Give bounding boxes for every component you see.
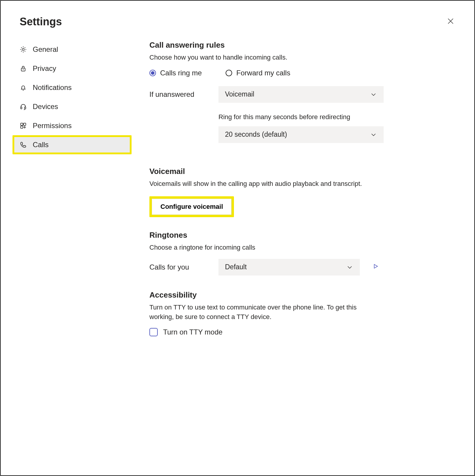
svg-rect-4	[24, 107, 26, 109]
content-panel: Call answering rules Choose how you want…	[149, 40, 457, 353]
phone-icon	[19, 141, 27, 149]
sidebar-item-notifications[interactable]: Notifications	[12, 78, 132, 97]
sidebar-item-permissions[interactable]: Permissions	[12, 116, 132, 135]
ringtone-dropdown[interactable]: Default	[218, 259, 360, 276]
sidebar-item-label: Notifications	[33, 83, 72, 92]
ring-duration-block: Ring for this many seconds before redire…	[218, 113, 384, 143]
sidebar-item-devices[interactable]: Devices	[12, 97, 132, 116]
close-button[interactable]	[445, 16, 457, 28]
sidebar-item-calls[interactable]: Calls	[12, 135, 132, 154]
play-icon	[372, 263, 379, 271]
configure-voicemail-button[interactable]: Configure voicemail	[152, 199, 232, 215]
if-unanswered-row: If unanswered Voicemail	[149, 86, 457, 103]
ring-duration-label: Ring for this many seconds before redire…	[218, 113, 384, 121]
play-ringtone-button[interactable]	[372, 263, 379, 271]
call-rules-title: Call answering rules	[149, 41, 457, 50]
headset-icon	[19, 102, 27, 111]
ringtones-desc: Choose a ringtone for incoming calls	[149, 243, 457, 252]
svg-rect-7	[21, 126, 23, 128]
close-icon	[447, 18, 454, 26]
chevron-down-icon	[370, 91, 377, 98]
sidebar-item-privacy[interactable]: Privacy	[12, 59, 132, 78]
configure-voicemail-highlight: Configure voicemail	[149, 196, 234, 217]
sidebar-item-label: Privacy	[33, 64, 56, 73]
radio-label: Calls ring me	[160, 69, 202, 77]
dropdown-value: Voicemail	[225, 90, 254, 98]
gear-icon	[19, 45, 27, 54]
chevron-down-icon	[346, 264, 353, 271]
section-call-rules: Call answering rules Choose how you want…	[149, 41, 457, 143]
accessibility-title: Accessibility	[149, 290, 457, 300]
radio-indicator	[226, 70, 232, 76]
bell-icon	[19, 83, 27, 92]
sidebar: General Privacy Notifications Devices	[12, 40, 132, 353]
section-voicemail: Voicemail Voicemails will show in the ca…	[149, 167, 457, 217]
page-title: Settings	[20, 15, 445, 28]
call-handling-radio-group: Calls ring me Forward my calls	[149, 69, 457, 77]
checkbox-indicator	[149, 328, 158, 336]
if-unanswered-label: If unanswered	[149, 90, 218, 99]
apps-icon	[19, 122, 27, 130]
svg-rect-6	[24, 123, 26, 125]
settings-window: Settings General Privacy	[0, 0, 475, 476]
sidebar-item-label: Permissions	[33, 122, 72, 130]
lock-icon	[19, 64, 27, 73]
header: Settings	[1, 1, 474, 31]
ring-duration-dropdown[interactable]: 20 seconds (default)	[218, 126, 384, 143]
voicemail-title: Voicemail	[149, 167, 457, 176]
if-unanswered-dropdown[interactable]: Voicemail	[218, 86, 384, 103]
dropdown-value: 20 seconds (default)	[225, 130, 287, 139]
radio-indicator	[149, 70, 156, 76]
ringtone-row: Calls for you Default	[149, 259, 457, 276]
svg-rect-3	[21, 107, 22, 109]
dropdown-value: Default	[225, 263, 247, 271]
radio-calls-ring-me[interactable]: Calls ring me	[149, 69, 202, 77]
tty-checkbox-row[interactable]: Turn on TTY mode	[149, 328, 457, 336]
calls-for-you-label: Calls for you	[149, 263, 218, 271]
accessibility-desc: Turn on TTY to use text to communicate o…	[149, 303, 382, 322]
sidebar-item-label: Calls	[33, 141, 49, 149]
ringtones-title: Ringtones	[149, 231, 457, 240]
radio-label: Forward my calls	[236, 69, 290, 77]
svg-rect-5	[21, 123, 23, 125]
sidebar-item-label: Devices	[33, 102, 58, 111]
svg-point-0	[22, 49, 24, 51]
voicemail-desc: Voicemails will show in the calling app …	[149, 179, 457, 189]
sidebar-item-label: General	[33, 45, 58, 54]
call-rules-desc: Choose how you want to handle incoming c…	[149, 53, 457, 62]
body: General Privacy Notifications Devices	[1, 31, 474, 365]
tty-checkbox-label: Turn on TTY mode	[163, 328, 223, 336]
svg-point-2	[23, 69, 24, 70]
chevron-down-icon	[370, 131, 377, 138]
section-ringtones: Ringtones Choose a ringtone for incoming…	[149, 231, 457, 276]
sidebar-item-general[interactable]: General	[12, 40, 132, 59]
section-accessibility: Accessibility Turn on TTY to use text to…	[149, 290, 457, 337]
radio-forward-my-calls[interactable]: Forward my calls	[226, 69, 290, 77]
